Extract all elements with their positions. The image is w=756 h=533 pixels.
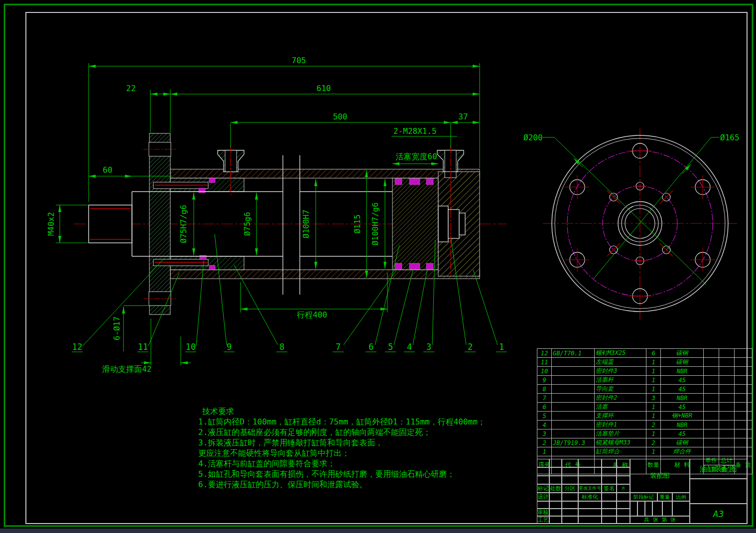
bom-row: 4密封件12NBR: [537, 421, 753, 429]
dim-piston-width: 活塞宽度60: [395, 152, 437, 161]
bom-name: 活塞垫片: [595, 429, 646, 438]
dim-22: 22: [126, 84, 135, 93]
bom-row: 10密封件31NBR: [537, 367, 753, 376]
tb-design: 设计: [537, 493, 549, 501]
tech-line: 5.如缸孔和导向套表面有损伤，不许用砂纸打磨，要用细油石精心研磨；: [198, 469, 482, 479]
tech-line: 1.缸筒内径D：100mm，缸杆直径d：75mm，缸筒外径D1：115mm，行程…: [198, 417, 482, 427]
bom-name: 活塞: [595, 403, 646, 412]
cad-screenshot: { "sheet": {"format": "A3"}, "colors": {…: [0, 0, 756, 533]
dim-705: 705: [292, 56, 306, 65]
bom-seq: 6: [537, 403, 552, 412]
bom-name: 密封件3: [595, 367, 646, 376]
section-view: [74, 133, 507, 315]
bom-code: [552, 447, 595, 456]
tb-count: 处数: [549, 484, 562, 493]
dim-outer-dia: Ø115: [353, 214, 362, 234]
bom-name: 导向套: [595, 385, 646, 394]
end-view: Ø200 Ø165: [523, 128, 740, 320]
tb-weight: 重量: [657, 493, 672, 501]
bom-code: [552, 367, 595, 376]
dim-bore: Ø100H7: [301, 210, 311, 238]
bom-seq: 2: [537, 438, 552, 447]
bom-row: 1缸筒焊合1焊合件: [537, 447, 753, 456]
bom-material: 45: [661, 385, 704, 394]
bom-material: NBR: [661, 394, 704, 403]
bom-material: 碳钢: [661, 349, 704, 358]
tb-mark: 标记: [537, 484, 549, 493]
dim-outer-circle: Ø200: [523, 133, 543, 142]
bom-seq: 8: [537, 385, 552, 394]
bom-qty: 1: [646, 376, 661, 385]
piston: [392, 178, 438, 270]
bom-row: 9活塞杆145: [537, 376, 753, 385]
balloon-2: 2: [468, 342, 473, 352]
bom-row: 8导向套145: [537, 385, 753, 394]
bom-code: JB/T919.3: [552, 438, 595, 447]
tb-scale: 比例: [672, 493, 690, 501]
balloon-7: 7: [336, 342, 341, 352]
bom-qty: 6: [646, 349, 661, 358]
bom-code: [552, 376, 595, 385]
tb-pages: 共 张 第 张: [630, 516, 690, 524]
bom-name: 密封件1: [595, 421, 646, 429]
tb-check: 审核: [537, 509, 549, 516]
window-edge-strip: [0, 529, 756, 533]
bom-seq: 12: [537, 349, 552, 358]
balloon-12: 12: [72, 342, 82, 352]
bom-code: [552, 385, 595, 394]
balloon-3: 3: [426, 342, 431, 352]
bom-qty: 1: [646, 447, 661, 456]
balloon-9: 9: [227, 342, 232, 352]
bom-material: NBR: [661, 367, 704, 376]
bom-qty: 1: [646, 412, 661, 421]
tech-line: 2.液压缸的基础座必须有足够的刚度，缸的轴向两端不能固定死；: [198, 427, 482, 437]
bom-material: 45: [661, 403, 704, 412]
bom-name: 活塞杆: [595, 376, 646, 385]
bom-name: 螺钉M3X25: [595, 349, 646, 358]
balloon-10: 10: [186, 342, 196, 352]
bom-qty: 1: [646, 385, 661, 394]
dim-37: 37: [458, 112, 468, 121]
tb-zone: 分区: [562, 484, 578, 493]
bom-qty: 2: [646, 438, 661, 447]
bom-row: 6活塞145: [537, 403, 753, 412]
tb-type-label: 装配图: [630, 459, 690, 493]
tech-line: 3.拆装液压缸时，严禁用锤敲打缸筒和导向套表面，: [198, 437, 482, 448]
bom-material: 焊合件: [661, 447, 704, 456]
bom-code: [552, 358, 595, 367]
tb-sheet-format: A3: [690, 504, 747, 524]
tb-date: 年、月、日: [617, 484, 630, 493]
tb-standardize: 标准化: [578, 493, 602, 501]
bom-material: 45: [661, 376, 704, 385]
bom-code: GB/T70.1: [552, 349, 595, 358]
bom-code: [552, 403, 595, 412]
bom-material: 碳钢: [661, 358, 704, 367]
dim-support: 滑动支撑面42: [102, 364, 151, 374]
bom-code: [552, 412, 595, 421]
tech-line: 6.要进行液压缸的压力、保压时间和泄露试验。: [198, 479, 482, 490]
dim-stroke: 行程400: [297, 310, 327, 320]
bom-seq: 7: [537, 394, 552, 403]
bom-code: [552, 421, 595, 429]
cylinder-barrel-top: [170, 169, 480, 178]
bom-name: 支撑环: [595, 412, 646, 421]
tb-sign: 签名: [602, 484, 617, 493]
bom-qty: 1: [646, 367, 661, 376]
bom-row: 5支撑环1钢+NBR: [537, 412, 753, 421]
dim-500: 500: [333, 112, 348, 121]
bom-row: 11左端盖1碳钢: [537, 358, 753, 367]
bom-qty: 1: [646, 403, 661, 412]
bom-seq: 5: [537, 412, 552, 421]
bom-qty: 3: [646, 394, 661, 403]
bom-material: 45: [661, 429, 704, 438]
bom-name: 密封件2: [595, 394, 646, 403]
tb-drawing-title: 油缸装配图: [690, 459, 747, 479]
bom-name: 缸筒焊合: [595, 447, 646, 456]
tech-line: 更应注意不能硬性将导向套从缸筒中打出；: [198, 448, 482, 458]
bom-material: NBR: [661, 421, 704, 429]
balloon-11: 11: [138, 342, 148, 352]
balloon-4: 4: [407, 342, 412, 352]
mounting-flange: [149, 133, 170, 315]
bom-row: 12GB/T70.1螺钉M3X256碳钢: [537, 349, 753, 358]
bom-name: 锁紧螺母M33: [595, 438, 646, 447]
